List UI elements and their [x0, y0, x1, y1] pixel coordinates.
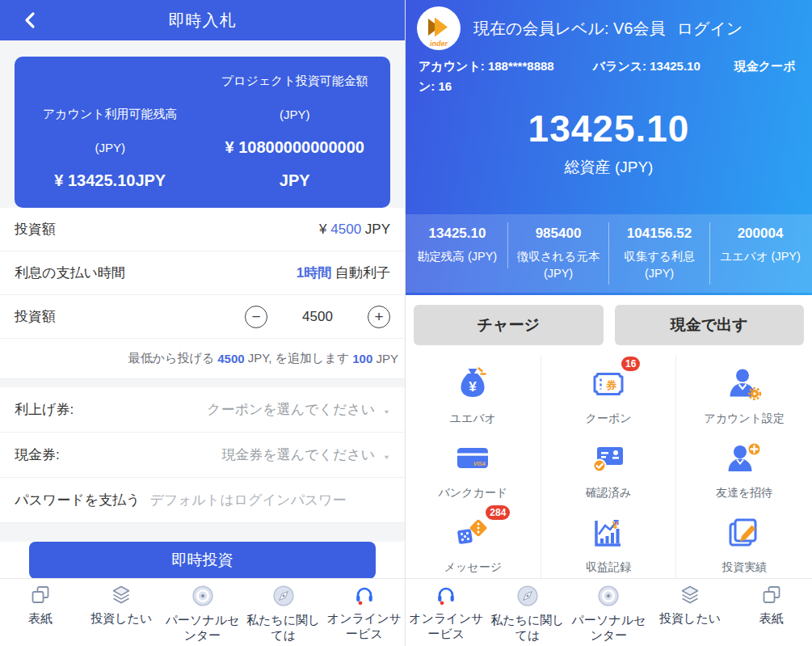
stats-strip: 13425.10 勘定残高 (JPY) 985400 徴収される元本 (JPY)… — [406, 214, 812, 293]
member-level-line: 現在の会員レベル: V6会員 ログイン — [473, 18, 743, 40]
invest-amount-row: 投資額 ¥ 4500 JPY — [0, 208, 405, 251]
grid-item-account-settings[interactable]: アカウント設定 — [676, 355, 812, 429]
min-invest-hint: 最低から投げる 4500 JPY, を追加します 100 JPY — [0, 339, 405, 379]
stat-account-balance: 13425.10 勘定残高 (JPY) — [407, 222, 508, 268]
nav-item-personal-center[interactable]: パーソナルセンター — [568, 585, 650, 646]
account-balance-value: ¥ 13425.10JPY — [18, 164, 203, 197]
account-info-line: アカウント: 188****8888バランス: 13425.10現金クーポン: … — [406, 50, 812, 97]
svg-text:VISA: VISA — [473, 461, 486, 467]
interest-time-label: 利息の支払い時間 — [15, 264, 125, 282]
minus-button[interactable]: − — [245, 306, 267, 328]
svg-text:¥: ¥ — [469, 379, 478, 395]
bid-bottom-nav: 表紙 投資したい パーソナルセンター 私たちに関しては オンラインサービス — [0, 578, 405, 646]
invite-icon — [725, 439, 764, 481]
amount-stepper-row: 投資額 − 4500 + — [0, 295, 405, 339]
report-icon — [725, 513, 764, 555]
project-invest-value: ¥ 10800000000000 — [203, 131, 388, 164]
feature-grid: ¥ ユエバオ 16 券 クーポン アカウント設定 VISA バンクカード 確認済… — [406, 355, 812, 578]
chevron-left-icon — [21, 11, 40, 30]
grid-item-earnings-record[interactable]: ¥ 収益記録 — [541, 504, 677, 578]
grid-item-invite-friends[interactable]: 友達を招待 — [676, 429, 812, 504]
rate-coupon-label: 利上げ券: — [15, 400, 74, 419]
nav-item-online-service[interactable]: オンラインサービス — [406, 585, 487, 646]
layers-icon — [111, 585, 132, 609]
nav-item-about-us[interactable]: 私たちに関しては — [243, 585, 324, 646]
project-invest-col: プロジェクト投資可能金額 (JPY) ¥ 10800000000000 JPY — [203, 65, 388, 197]
balance-card-wrap: アカウント利用可能残高 (JPY) ¥ 13425.10JPY プロジェクト投資… — [0, 40, 405, 208]
account-balance-unit: (JPY) — [18, 131, 203, 164]
app: 即時入札 アカウント利用可能残高 (JPY) ¥ 13425.10JPY プロジ… — [0, 0, 812, 646]
nav-item-cover[interactable]: 表紙 — [0, 585, 81, 646]
account-balance: バランス: 13425.10 — [593, 59, 701, 73]
pay-password-input[interactable]: デフォルトはログインパスワー — [149, 491, 390, 509]
nav-item-cover[interactable]: 表紙 — [730, 585, 812, 646]
submit-wrap: 即時投資 — [0, 542, 405, 579]
member-level-text: 現在の会員レベル: V6会員 — [473, 18, 665, 40]
bid-header: 即時入札 — [0, 0, 405, 40]
pay-password-row: パスワードを支払う デフォルトはログインパスワー — [0, 478, 405, 523]
withdraw-button[interactable]: 現金で出す — [615, 305, 805, 345]
plus-button[interactable]: + — [368, 306, 390, 328]
coupon-badge: 16 — [621, 357, 640, 371]
action-buttons: チャージ 現金で出す — [406, 295, 812, 355]
account-gradient-header: inder 現在の会員レベル: V6会員 ログイン アカウント: 188****… — [406, 0, 812, 295]
user-gear-icon — [725, 365, 764, 407]
stat-yuebao: 200004 ユエバオ (JPY) — [710, 222, 810, 268]
member-head: inder 現在の会員レベル: V6会員 ログイン — [406, 0, 812, 50]
bank-card-icon: VISA — [453, 439, 492, 481]
back-button[interactable] — [21, 11, 40, 30]
cash-coupon-select-row[interactable]: 現金券: 現金券を選んでください▼ — [0, 433, 405, 478]
grid-item-coupon[interactable]: 16 券 クーポン — [541, 355, 677, 429]
grid-item-verified[interactable]: 確認済み — [541, 429, 677, 504]
cash-coupon-select[interactable]: 現金券を選んでください▼ — [221, 445, 390, 464]
rate-coupon-select-row[interactable]: 利上げ券: クーポンを選んでください▼ — [0, 387, 405, 433]
invest-amount-label: 投資額 — [15, 220, 56, 239]
account-balance-label: アカウント利用可能残高 — [18, 98, 203, 131]
svg-text:inder: inder — [430, 40, 448, 48]
instant-invest-button[interactable]: 即時投資 — [29, 542, 376, 579]
stepper-label: 投資額 — [15, 307, 56, 326]
section-divider — [0, 523, 405, 542]
rate-coupon-select[interactable]: クーポンを選んでください▼ — [207, 400, 390, 419]
interest-time-value: 1時間 自動利子 — [297, 264, 390, 282]
project-invest-value2: JPY — [203, 164, 388, 197]
project-invest-label: プロジェクト投資可能金額 — [203, 65, 388, 98]
app-logo: inder — [417, 6, 461, 50]
nav-item-invest[interactable]: 投資したい — [650, 585, 731, 646]
page-title: 即時入札 — [169, 10, 237, 32]
grid-item-messages[interactable]: 284 メッセージ — [406, 504, 541, 578]
nav-item-invest[interactable]: 投資したい — [81, 585, 162, 646]
layers-icon — [679, 585, 701, 609]
account-number: アカウント: 188****8888 — [419, 59, 554, 73]
svg-text:¥: ¥ — [612, 520, 618, 531]
project-invest-unit: (JPY) — [203, 98, 388, 131]
login-link[interactable]: ログイン — [676, 18, 743, 40]
grid-item-investment-record[interactable]: 投資実績 — [676, 504, 812, 578]
record-icon — [597, 585, 620, 610]
copy-icon — [761, 585, 782, 609]
nav-item-personal-center[interactable]: パーソナルセンター — [162, 585, 242, 646]
invest-amount-value: ¥ 4500 JPY — [319, 222, 390, 238]
grid-item-bank-card[interactable]: VISA バンクカード — [406, 429, 541, 504]
chart-icon: ¥ — [589, 513, 628, 555]
nav-item-online-service[interactable]: オンラインサービス — [324, 585, 405, 646]
amount-input[interactable]: 4500 — [288, 309, 347, 325]
message-badge: 284 — [486, 505, 510, 520]
account-balance-col: アカウント利用可能残高 (JPY) ¥ 13425.10JPY — [18, 65, 203, 197]
account-screen: inder 現在の会員レベル: V6会員 ログイン アカウント: 188****… — [406, 0, 812, 646]
ticket-icon: 券 — [589, 365, 628, 407]
grid-item-yuebao[interactable]: ¥ ユエバオ — [406, 355, 541, 429]
interest-time-row: 利息の支払い時間 1時間 自動利子 — [0, 251, 405, 295]
nav-item-about-us[interactable]: 私たちに関しては — [487, 585, 569, 646]
bid-screen: 即時入札 アカウント利用可能残高 (JPY) ¥ 13425.10JPY プロジ… — [0, 0, 406, 646]
recharge-button[interactable]: チャージ — [414, 305, 604, 345]
account-bottom-nav: オンラインサービス 私たちに関しては パーソナルセンター 投資したい 表紙 — [406, 578, 812, 646]
moneybag-icon: ¥ — [453, 365, 492, 407]
stat-principal-collected: 985400 徴収される元本 (JPY) — [508, 222, 609, 285]
total-assets-label: 総資産 (JPY) — [406, 157, 812, 178]
compass-icon — [272, 585, 295, 610]
amount-stepper: − 4500 + — [245, 306, 390, 328]
balance-card: アカウント利用可能残高 (JPY) ¥ 13425.10JPY プロジェクト投資… — [15, 57, 390, 208]
dice-icon — [453, 513, 492, 555]
total-assets-value: 13425.10 — [406, 107, 812, 150]
